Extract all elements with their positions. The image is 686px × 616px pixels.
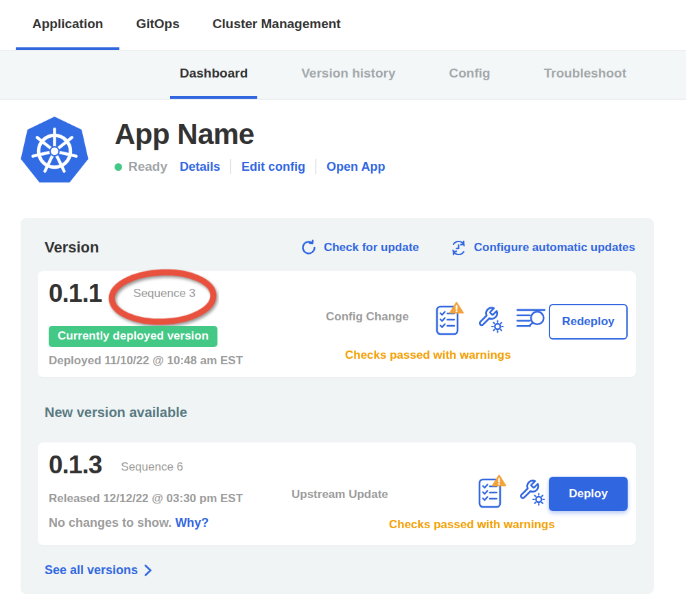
config-wrench-gear-icon[interactable]	[517, 477, 545, 506]
check-for-update-label: Check for update	[324, 241, 419, 254]
new-version-heading: New version available	[45, 405, 635, 420]
available-version-number: 0.1.3	[49, 451, 102, 479]
app-header-text: App Name Ready Details Edit config Open …	[115, 114, 385, 186]
kubernetes-logo-icon	[19, 114, 90, 186]
tab-dashboard[interactable]: Dashboard	[170, 51, 257, 99]
check-for-update-link[interactable]: Check for update	[300, 239, 419, 257]
top-nav: Application GitOps Cluster Management	[0, 0, 686, 50]
version-actions: Check for update Configure automatic upd…	[300, 239, 635, 257]
available-version-card: 0.1.3 Sequence 6 Released 12/12/22 @ 03:…	[38, 442, 636, 545]
divider	[316, 159, 316, 174]
current-version-row: 0.1.1 Sequence 3	[49, 279, 196, 308]
configure-auto-updates-link[interactable]: Configure automatic updates	[449, 239, 635, 257]
tab-config[interactable]: Config	[440, 51, 500, 99]
current-status-icons	[436, 301, 547, 335]
app-header: App Name Ready Details Edit config Open …	[19, 114, 385, 186]
version-panel: Version Check for update	[21, 218, 654, 594]
chevron-right-icon	[144, 564, 152, 577]
status-dot-icon	[115, 163, 122, 171]
currently-deployed-badge: Currently deployed version	[49, 326, 217, 347]
page-title: App Name	[115, 118, 385, 151]
no-changes-row: No changes to show. Why?	[49, 516, 209, 530]
version-heading: Version	[45, 239, 99, 257]
upstream-source-label: Upstream Update	[292, 488, 388, 501]
version-source-label: Config Change	[326, 310, 409, 324]
tab-application[interactable]: Application	[16, 0, 119, 50]
current-sequence-label: Sequence 3	[133, 287, 196, 300]
redeploy-button[interactable]: Redeploy	[549, 304, 628, 340]
version-panel-header: Version Check for update	[38, 237, 635, 259]
page: Application GitOps Cluster Management Da…	[0, 0, 686, 616]
deployed-timestamp: Deployed 11/10/22 @ 10:48 am EST	[49, 354, 243, 368]
view-files-magnifier-icon[interactable]	[516, 307, 547, 331]
preflight-checklist-warning-icon[interactable]	[436, 301, 464, 335]
status-text: Ready	[128, 159, 167, 174]
edit-config-link[interactable]: Edit config	[241, 160, 305, 174]
tab-gitops[interactable]: GitOps	[119, 0, 196, 50]
why-link[interactable]: Why?	[175, 516, 209, 530]
tab-troubleshoot[interactable]: Troubleshoot	[534, 51, 636, 99]
divider	[230, 159, 231, 174]
available-status-icons	[478, 474, 545, 508]
current-checks-status-text: Checks passed with warnings	[345, 348, 511, 362]
preflight-checklist-warning-icon[interactable]	[478, 474, 506, 508]
refresh-icon	[300, 239, 318, 257]
available-sequence-label: Sequence 6	[121, 460, 183, 474]
available-version-row: 0.1.3 Sequence 6	[49, 451, 183, 479]
deploy-button[interactable]: Deploy	[549, 477, 628, 511]
see-all-versions-link[interactable]: See all versions	[45, 563, 152, 578]
status-row: Ready Details Edit config Open App	[115, 159, 385, 174]
tab-cluster-management[interactable]: Cluster Management	[196, 0, 357, 50]
config-wrench-gear-icon[interactable]	[476, 304, 504, 333]
details-link[interactable]: Details	[180, 160, 220, 174]
auto-update-clock-icon	[449, 239, 468, 257]
tab-version-history[interactable]: Version history	[292, 51, 405, 99]
current-version-card: 0.1.1 Sequence 3 Currently deployed vers…	[38, 271, 636, 377]
open-app-link[interactable]: Open App	[327, 160, 385, 174]
sub-nav: Dashboard Version history Config Trouble…	[0, 50, 686, 99]
released-timestamp: Released 12/12/22 @ 03:30 pm EST	[49, 492, 243, 506]
configure-auto-updates-label: Configure automatic updates	[474, 241, 635, 254]
see-all-versions-label: See all versions	[45, 563, 138, 578]
available-checks-status-text: Checks passed with warnings	[389, 518, 555, 532]
no-changes-text: No changes to show.	[49, 516, 172, 530]
current-version-number: 0.1.1	[49, 279, 102, 308]
